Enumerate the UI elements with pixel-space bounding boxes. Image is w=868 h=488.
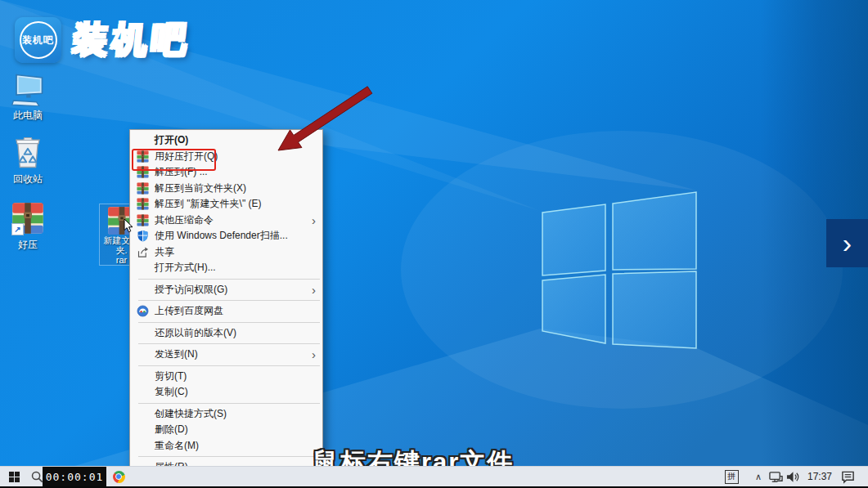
menu-separator (138, 279, 320, 280)
submenu-arrow-icon: › (312, 348, 317, 360)
menu-item-label: 上传到百度网盘 (155, 304, 223, 318)
carousel-next-button[interactable]: › (826, 219, 868, 267)
desktop: 装机吧 装机吧 此电脑 回收站 ↗ 好压 新建文件夹. rar 打开(O) 用好… (0, 0, 868, 488)
action-center-icon (840, 470, 856, 484)
menu-item-restore-previous-versions[interactable]: 还原以前的版本(V) (130, 325, 322, 342)
desktop-icon-label: 回收站 (13, 172, 43, 186)
menu-item-label: 使用 Windows Defender扫描... (155, 229, 288, 243)
chevron-right-icon: › (843, 227, 852, 259)
menu-item-upload-to-baidu-netdisk[interactable]: 上传到百度网盘 (130, 303, 322, 320)
menu-item-label: 打开(O) (155, 133, 188, 147)
haozip-icon (137, 214, 149, 226)
desktop-icon-label: 好压 (18, 238, 38, 252)
taskbar-chrome-button[interactable] (109, 467, 128, 486)
menu-item-label: 删除(D) (155, 423, 188, 437)
chrome-icon (113, 471, 125, 483)
menu-item-open[interactable]: 打开(O) (130, 132, 322, 149)
this-pc-icon (11, 72, 45, 106)
share-icon (137, 246, 149, 258)
menu-item-grant-access[interactable]: 授予访问权限(G) › (130, 282, 322, 298)
menu-item-label: 创建快捷方式(S) (155, 407, 227, 421)
menu-separator (138, 300, 320, 301)
shortcut-arrow-icon: ↗ (11, 223, 24, 235)
menu-item-label: 重命名(M) (155, 439, 199, 453)
menu-item-label: 解压到 "新建文件夹\" (E) (155, 197, 262, 211)
desktop-icon-label: 此电脑 (13, 109, 43, 123)
desktop-icon-this-pc[interactable]: 此电脑 (2, 72, 54, 123)
desktop-icon-recycle-bin[interactable]: 回收站 (2, 136, 54, 186)
menu-item-other-compression-commands[interactable]: 其他压缩命令 › (130, 213, 322, 229)
menu-item-label: 剪切(T) (155, 369, 187, 383)
desktop-icon-haozip[interactable]: ↗ 好压 (2, 201, 54, 252)
taskbar: 00:00:01 拼 ∧ 17:37 (0, 466, 868, 486)
menu-item-label: 共享 (155, 245, 174, 259)
tray-expand-button[interactable]: ∧ (751, 467, 766, 486)
menu-item-open-with-haozip[interactable]: 用好压打开(Q) (130, 149, 322, 165)
taskbar-clock[interactable]: 17:37 (802, 467, 838, 486)
menu-item-open-with[interactable]: 打开方式(H)... (130, 260, 322, 276)
windows-logo-icon (9, 472, 20, 482)
start-button[interactable] (2, 467, 26, 486)
menu-separator (138, 403, 320, 404)
menu-item-extract-to-named-folder[interactable]: 解压到 "新建文件夹\" (E) (130, 196, 322, 213)
context-menu: 打开(O) 用好压打开(Q) 解压到(F) ... 解压到当前文件夹(X) 解压… (129, 129, 323, 479)
logo-badge-icon: 装机吧 (15, 17, 61, 63)
menu-separator (138, 365, 320, 366)
network-icon (768, 470, 784, 484)
haozip-icon (137, 150, 149, 163)
menu-item-extract-to-current-folder[interactable]: 解压到当前文件夹(X) (130, 181, 322, 197)
menu-item-share[interactable]: 共享 (130, 244, 322, 261)
recycle-bin-icon (11, 136, 45, 170)
submenu-arrow-icon: › (312, 284, 317, 296)
search-icon (30, 470, 44, 484)
selected-file-name-line2: rar (116, 255, 127, 265)
menu-item-label: 用好压打开(Q) (155, 150, 218, 163)
menu-item-extract-to[interactable]: 解压到(F) ... (130, 164, 322, 181)
action-center-button[interactable] (838, 467, 857, 486)
menu-item-cut[interactable]: 剪切(T) (130, 369, 322, 385)
menu-separator (138, 343, 320, 344)
menu-item-send-to[interactable]: 发送到(N) › (130, 347, 322, 363)
haozip-icon (137, 198, 149, 210)
baidu-netdisk-icon (137, 305, 149, 317)
menu-item-label: 还原以前的版本(V) (155, 326, 236, 340)
haozip-icon (137, 182, 149, 195)
submenu-arrow-icon: › (312, 214, 317, 226)
menu-item-label: 复制(C) (155, 385, 188, 399)
menu-separator (138, 322, 320, 323)
speaker-icon (785, 470, 801, 484)
branding-logo: 装机吧 装机吧 (15, 16, 191, 64)
menu-item-label: 打开方式(H)... (155, 261, 216, 275)
menu-item-label: 其他压缩命令 (155, 213, 214, 227)
chevron-up-icon: ∧ (755, 472, 762, 482)
menu-separator (138, 456, 320, 457)
clock-value: 17:37 (807, 471, 832, 482)
ime-badge: 拼 (725, 470, 739, 484)
logo-title: 装机吧 (70, 16, 193, 64)
menu-item-label: 解压到当前文件夹(X) (155, 181, 246, 195)
menu-item-label: 发送到(N) (155, 347, 198, 361)
menu-item-copy[interactable]: 复制(C) (130, 384, 322, 401)
menu-item-create-shortcut[interactable]: 创建快捷方式(S) (130, 406, 322, 423)
defender-shield-icon (137, 230, 149, 242)
menu-item-label: 授予访问权限(G) (155, 283, 227, 297)
tray-network-button[interactable] (767, 467, 784, 486)
ime-indicator[interactable]: 拼 (723, 467, 740, 486)
menu-item-rename[interactable]: 重命名(M) (130, 438, 322, 454)
menu-item-windows-defender-scan[interactable]: 使用 Windows Defender扫描... (130, 228, 322, 244)
menu-item-delete[interactable]: 删除(D) (130, 422, 322, 438)
recording-timer: 00:00:01 (43, 467, 106, 486)
timer-value: 00:00:01 (46, 471, 104, 483)
logo-badge-text: 装机吧 (22, 34, 54, 47)
tray-volume-button[interactable] (784, 467, 802, 486)
menu-item-label: 解压到(F) ... (155, 165, 208, 179)
haozip-icon (137, 166, 149, 178)
